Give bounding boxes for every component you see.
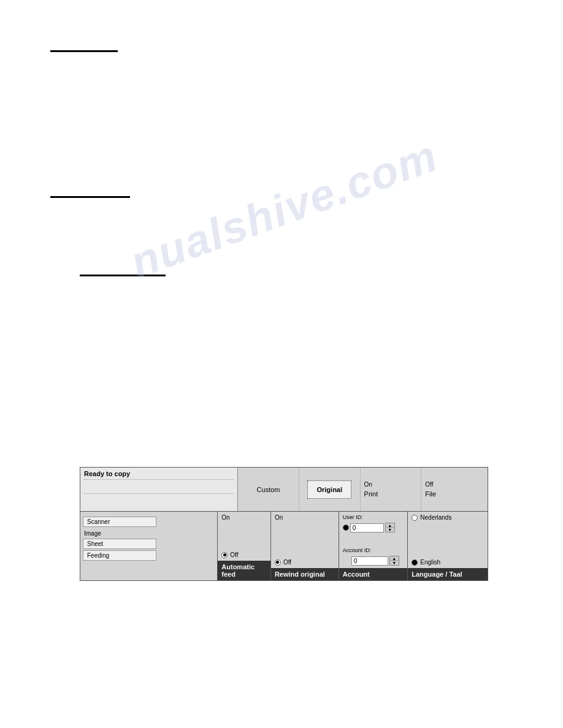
auto-feed-off-radio[interactable] [221,552,228,558]
image-label: Image [83,529,215,537]
user-id-radio[interactable] [343,525,349,531]
language-content: Nederlands English [408,512,488,568]
auto-feed-content: On Off [218,512,270,561]
language-header: Language / Taal [408,568,488,580]
decorative-line-3 [80,275,166,276]
print-label: Print [364,490,378,498]
english-label: English [420,559,440,566]
ready-section: Ready to copy [80,468,238,511]
english-radio[interactable] [412,559,418,566]
account-id-label: Account ID: [343,547,404,553]
account-id-input-box: ▲ ▼ [343,556,404,566]
ready-dotted-line [84,493,234,494]
on-print-section[interactable]: On Print [361,468,422,511]
on-label: On [364,481,372,488]
account-id-stepper[interactable]: ▲ ▼ [389,556,399,566]
top-row: Ready to copy Custom Original On Print O… [80,468,488,512]
scanner-item[interactable]: Scanner [83,517,156,527]
file-label: File [425,490,436,498]
original-box: Original [307,480,351,499]
auto-feed-header: Automatic feed [218,561,270,580]
auto-feed-column: On Off Automatic feed [218,512,271,580]
account-header: Account [339,568,408,580]
user-id-input-box: ▲ ▼ [343,523,404,533]
sheet-item[interactable]: Sheet [83,539,156,549]
off-file-section[interactable]: Off File [421,468,488,511]
rewind-off-item[interactable]: Off [275,559,335,566]
ready-title: Ready to copy [84,470,234,480]
rewind-radio-group: Off [275,559,335,566]
original-section[interactable]: Original [299,468,361,511]
account-id-row: Account ID: ▲ ▼ [343,547,404,566]
account-id-field[interactable] [351,556,388,566]
account-column: User ID: ▲ ▼ Account ID: [339,512,408,580]
dutch-label: Nederlands [420,514,451,521]
user-id-row: User ID: ▲ ▼ [343,514,404,533]
rewind-on: On [275,514,335,523]
english-item[interactable]: English [412,559,484,566]
auto-feed-off-label: Off [230,552,238,558]
dutch-item[interactable]: Nederlands [412,514,484,521]
user-id-up-arrow[interactable]: ▲ [386,523,394,528]
auto-feed-on: On [221,514,267,523]
main-panel: Ready to copy Custom Original On Print O… [80,467,488,581]
user-id-field[interactable] [350,523,384,533]
feeding-item[interactable]: Feeding [83,550,156,561]
auto-feed-off-item[interactable]: Off [221,552,267,558]
account-id-up-arrow[interactable]: ▲ [390,556,399,561]
decorative-line-1 [50,50,118,52]
dutch-radio[interactable] [412,515,418,521]
custom-label: Custom [257,486,280,493]
rewind-content: On Off [271,512,339,568]
rewind-off-radio[interactable] [275,559,281,566]
left-sidebar: Scanner Image Sheet Feeding [80,512,218,580]
account-id-down-arrow[interactable]: ▼ [390,561,399,565]
user-id-stepper[interactable]: ▲ ▼ [385,523,395,533]
user-id-down-arrow[interactable]: ▼ [386,528,394,532]
decorative-line-2 [50,196,130,198]
off-label: Off [425,481,433,488]
user-id-label: User ID: [343,514,404,520]
auto-feed-radio-group: Off [221,552,267,558]
rewind-header: Rewind original [271,568,339,580]
account-content: User ID: ▲ ▼ Account ID: [339,512,408,568]
bottom-row: Scanner Image Sheet Feeding On Off A [80,512,488,580]
rewind-off-label: Off [283,559,291,566]
rewind-column: On Off Rewind original [271,512,339,580]
original-label: Original [316,486,342,493]
custom-section[interactable]: Custom [238,468,299,511]
watermark: nualshive.com [124,130,444,287]
language-column: Nederlands English Language / Taal [408,512,488,580]
